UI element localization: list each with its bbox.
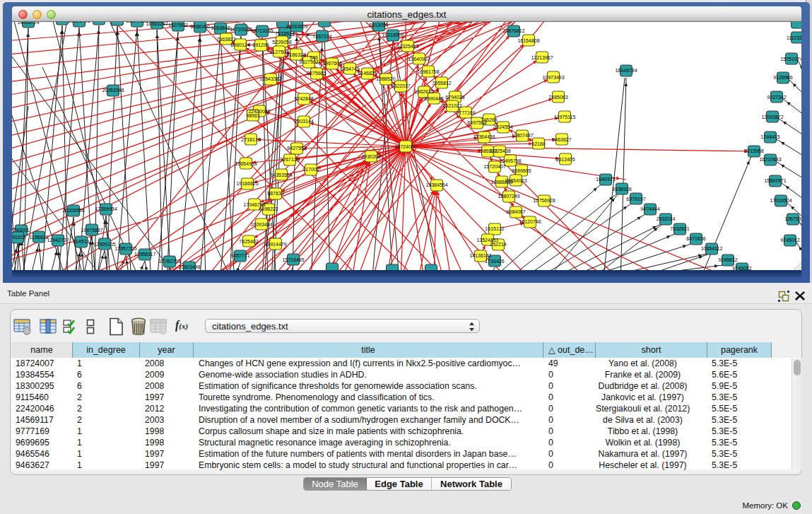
- svg-text:20691406: 20691406: [68, 22, 90, 23]
- svg-text:9699695: 9699695: [512, 168, 531, 173]
- svg-text:1615132: 1615132: [485, 226, 504, 231]
- svg-text:9327502: 9327502: [299, 59, 318, 64]
- svg-text:18724007: 18724007: [394, 144, 416, 149]
- svg-text:16553267: 16553267: [146, 22, 167, 26]
- svg-text:8471636: 8471636: [686, 236, 705, 241]
- svg-text:9498222: 9498222: [259, 206, 278, 211]
- svg-text:5313405: 5313405: [555, 157, 575, 162]
- svg-text:10958117: 10958117: [134, 252, 156, 257]
- svg-text:6379197: 6379197: [626, 197, 645, 201]
- svg-text:14055724: 14055724: [17, 22, 39, 25]
- svg-text:18914479: 18914479: [264, 242, 286, 247]
- svg-text:3875685: 3875685: [307, 71, 326, 76]
- svg-text:5226058: 5226058: [272, 40, 291, 45]
- svg-text:15692971: 15692971: [764, 178, 786, 183]
- svg-text:12093872: 12093872: [761, 115, 783, 119]
- svg-text:19654933: 19654933: [235, 161, 257, 166]
- svg-text:7632621: 7632621: [670, 226, 689, 231]
- svg-text:12975115: 12975115: [554, 115, 576, 119]
- svg-text:3624554: 3624554: [493, 124, 512, 129]
- svg-text:19218506: 19218506: [382, 33, 404, 37]
- svg-text:14353594: 14353594: [270, 173, 292, 177]
- svg-text:9777169: 9777169: [456, 110, 475, 115]
- svg-text:10973493: 10973493: [542, 75, 564, 80]
- svg-text:17016504: 17016504: [770, 198, 792, 203]
- svg-text:13640910: 13640910: [408, 57, 430, 62]
- svg-text:10756928: 10756928: [533, 198, 555, 203]
- svg-text:12942737: 12942737: [47, 238, 69, 243]
- svg-text:16648784: 16648784: [615, 68, 637, 73]
- svg-text:7663822: 7663822: [216, 37, 235, 42]
- svg-text:16033809: 16033809: [286, 24, 307, 29]
- svg-text:16154808: 16154808: [517, 38, 539, 43]
- svg-text:10377165: 10377165: [126, 22, 148, 23]
- svg-text:252214: 252214: [490, 242, 506, 247]
- svg-text:126753: 126753: [784, 216, 801, 221]
- svg-text:9063648: 9063648: [211, 25, 230, 30]
- svg-text:917006: 917006: [302, 167, 319, 172]
- svg-text:2930203: 2930203: [361, 154, 380, 159]
- svg-text:19975887: 19975887: [81, 228, 102, 233]
- svg-text:15495798: 15495798: [499, 158, 521, 163]
- svg-text:3267130: 3267130: [280, 157, 299, 162]
- svg-text:12325419: 12325419: [396, 44, 418, 49]
- svg-text:7357274: 7357274: [312, 34, 331, 39]
- svg-text:746266: 746266: [481, 117, 497, 122]
- svg-text:6794028: 6794028: [445, 95, 464, 100]
- svg-text:16120746: 16120746: [519, 219, 541, 224]
- svg-text:9227342: 9227342: [767, 95, 786, 100]
- svg-text:2967608: 2967608: [322, 61, 341, 66]
- svg-text:16713155: 16713155: [251, 28, 273, 33]
- svg-text:19384554: 19384554: [425, 182, 447, 187]
- svg-text:1362615: 1362615: [414, 89, 433, 94]
- svg-text:7515524: 7515524: [275, 31, 294, 36]
- svg-text:8960124: 8960124: [230, 42, 249, 47]
- svg-text:15751074: 15751074: [780, 57, 801, 62]
- svg-text:16543382: 16543382: [259, 76, 281, 81]
- svg-text:20876812: 20876812: [502, 28, 524, 33]
- svg-text:3215958: 3215958: [744, 148, 763, 153]
- svg-text:1244415: 1244415: [760, 134, 779, 139]
- svg-text:9242848: 9242848: [294, 96, 313, 101]
- svg-text:15720407: 15720407: [483, 164, 505, 169]
- svg-text:14136141: 14136141: [469, 253, 491, 258]
- svg-text:62160: 62160: [531, 141, 546, 146]
- svg-text:16782759: 16782759: [158, 259, 180, 264]
- svg-text:12905135: 12905135: [93, 242, 115, 247]
- svg-text:20053346: 20053346: [102, 88, 124, 93]
- svg-text:8454749: 8454749: [340, 66, 359, 71]
- svg-text:16961758: 16961758: [417, 69, 439, 74]
- svg-text:1621022: 1621022: [442, 103, 461, 108]
- svg-text:9745032: 9745032: [732, 266, 751, 270]
- svg-text:1640975: 1640975: [596, 177, 615, 182]
- svg-text:793001: 793001: [13, 228, 29, 233]
- svg-text:10719185: 10719185: [230, 27, 252, 32]
- svg-text:114519: 114519: [73, 239, 90, 244]
- svg-text:1588520: 1588520: [376, 76, 395, 81]
- svg-text:9463627: 9463627: [552, 137, 571, 142]
- svg-text:8938928: 8938928: [612, 187, 631, 192]
- svg-text:1527602: 1527602: [168, 23, 187, 28]
- svg-text:16210643: 16210643: [759, 157, 781, 162]
- svg-text:10807487: 10807487: [511, 133, 533, 138]
- svg-text:19166825: 19166825: [236, 181, 258, 186]
- svg-text:6466160: 6466160: [190, 24, 209, 29]
- svg-text:2803144: 2803144: [294, 119, 313, 124]
- svg-text:8427552: 8427552: [287, 146, 306, 151]
- svg-text:12923448: 12923448: [178, 264, 200, 269]
- svg-text:10654112: 10654112: [701, 246, 723, 251]
- svg-text:11123157: 11123157: [787, 35, 801, 40]
- svg-text:7485063: 7485063: [548, 95, 567, 100]
- svg-text:1156829: 1156829: [30, 235, 49, 240]
- svg-text:9245012: 9245012: [780, 238, 799, 243]
- svg-text:8990448: 8990448: [424, 96, 443, 101]
- svg-text:8813054: 8813054: [369, 23, 388, 28]
- svg-text:9129966: 9129966: [773, 75, 792, 80]
- svg-text:9474444: 9474444: [640, 206, 659, 211]
- svg-text:20206556: 20206556: [62, 208, 84, 213]
- svg-text:8186328: 8186328: [286, 52, 305, 57]
- svg-text:9245612: 9245612: [718, 257, 737, 262]
- svg-text:7955812: 7955812: [432, 81, 451, 86]
- svg-text:5322037: 5322037: [391, 83, 410, 88]
- svg-text:17957225: 17957225: [114, 246, 136, 251]
